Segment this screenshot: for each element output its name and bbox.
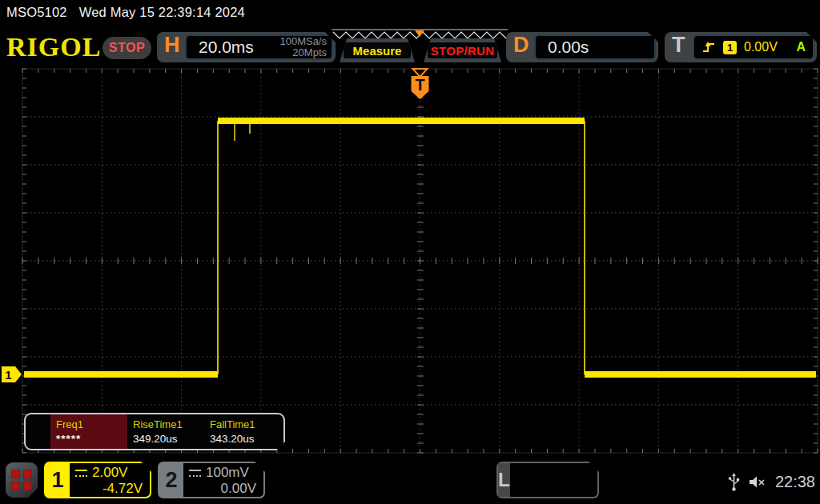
delay-panel[interactable]: D 0.00s	[506, 32, 658, 62]
acquisition-info: 100MSa/s 20Mpts	[279, 36, 327, 59]
channel2-offset: 0.00V	[189, 481, 256, 497]
trigger-level: 0.00V	[744, 40, 778, 54]
measurement-risetime1[interactable]: RiseTime1 349.20us	[127, 414, 204, 449]
delay-label: D	[513, 33, 529, 58]
bottom-bar: 1 2.00V -4.72V 2 100mV 0.00V L 0 1 2 3 4…	[0, 459, 820, 504]
logic-channel-list: 0 1 2 3 4 5 6 7 8 9 1011 12131415	[510, 463, 617, 497]
clock: 22:38	[775, 473, 815, 491]
trigger-mode: A	[796, 40, 806, 54]
channel1-offset: -4.72V	[75, 481, 143, 497]
channel2-body: 100mV 0.00V	[183, 463, 263, 497]
horizontal-inner: 20.0ms 100MSa/s 20Mpts	[185, 34, 333, 60]
channel2-number: 2	[159, 463, 183, 497]
measurement-freq1[interactable]: Freq1 *****	[50, 414, 127, 449]
svg-text:T: T	[415, 76, 424, 94]
title-bar: MSO5102Wed May 15 22:39:14 2024	[6, 5, 245, 20]
timebase-value: 20.0ms	[199, 38, 254, 57]
channel2-panel[interactable]: 2 100mV 0.00V	[158, 462, 265, 498]
delay-value: 0.00s	[548, 38, 589, 57]
stop-run-button[interactable]: STOP/RUN	[426, 41, 499, 60]
measurement-value: 343.20us	[210, 433, 281, 445]
model-name: MSO5102	[6, 5, 67, 19]
trigger-position-marker[interactable]: T	[412, 69, 429, 99]
logic-label: L	[498, 463, 510, 497]
channel1-ground-marker[interactable]: 1	[2, 366, 22, 382]
trigger-inner: 1 0.00V A	[693, 34, 814, 60]
measurement-falltime1[interactable]: FallTime1 343.20us	[204, 414, 281, 449]
trigger-source-badge: 1	[723, 41, 737, 54]
mute-speaker-icon	[749, 475, 766, 489]
channel1-number: 1	[46, 463, 70, 497]
sample-rate: 100MSa/s	[279, 36, 327, 47]
stop-run-button-case: STOP/RUN	[424, 38, 501, 62]
rigol-logo: RIGOL	[6, 32, 101, 62]
menu-grid-button[interactable]	[6, 462, 38, 498]
usb-icon	[728, 473, 740, 491]
logic-channels-panel[interactable]: L 0 1 2 3 4 5 6 7 8 9 1011 12131415	[496, 462, 599, 498]
logic-row1: 0 1 2 3 4 5 6 7	[517, 495, 613, 504]
dc-coupling-icon	[189, 470, 201, 477]
measurement-name: FallTime1	[210, 418, 281, 430]
measurement-name: RiseTime1	[133, 418, 204, 430]
measurement-value: *****	[56, 433, 127, 445]
measure-button[interactable]: Measure	[342, 41, 412, 60]
measurement-name: Freq1	[56, 418, 127, 430]
run-state-badge: STOP	[102, 37, 151, 59]
channel1-scale: 2.00V	[92, 465, 127, 481]
horizontal-label: H	[164, 33, 180, 58]
dc-coupling-icon	[75, 470, 87, 477]
measurement-panel-gap	[26, 414, 50, 449]
memory-depth: 20Mpts	[279, 47, 327, 58]
channel1-panel[interactable]: 1 2.00V -4.72V	[44, 462, 151, 498]
channel1-body: 2.00V -4.72V	[70, 463, 150, 497]
channel2-scale: 100mV	[206, 465, 249, 481]
svg-text:1: 1	[5, 368, 11, 382]
grid-icon	[11, 470, 32, 490]
delay-inner: 0.00s	[534, 34, 656, 60]
record-trigger-marker	[415, 30, 424, 37]
measurement-value: 349.20us	[133, 433, 204, 445]
measurement-panel[interactable]: Freq1 ***** RiseTime1 349.20us FallTime1…	[24, 413, 285, 450]
horizontal-panel[interactable]: H 20.0ms 100MSa/s 20Mpts	[157, 32, 336, 62]
rising-edge-icon	[702, 41, 716, 54]
status-area: 22:38	[728, 459, 815, 504]
scope-display[interactable]: T1	[0, 66, 820, 459]
measure-button-case: Measure	[340, 38, 415, 62]
trigger-label: T	[672, 33, 685, 58]
trigger-panel[interactable]: T 1 0.00V A	[665, 32, 817, 62]
datetime: Wed May 15 22:39:14 2024	[79, 5, 245, 19]
